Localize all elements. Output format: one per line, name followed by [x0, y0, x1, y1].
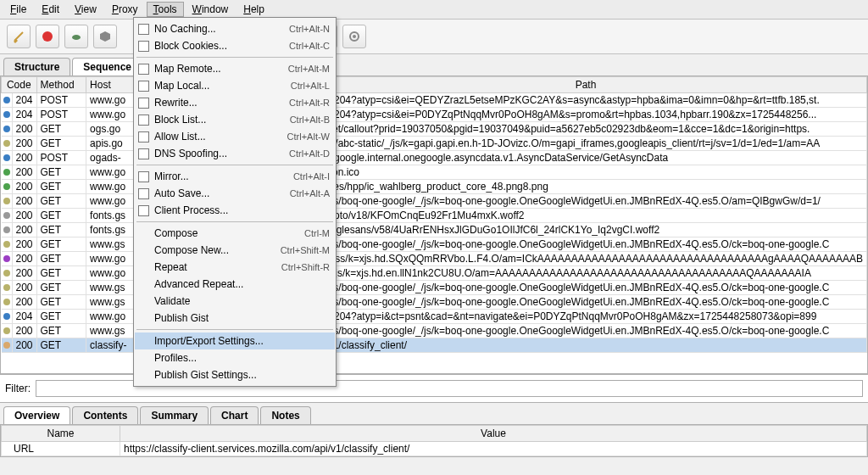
table-row[interactable]: 200GETclassify-/api/v1/classify_client/ — [2, 338, 867, 353]
cell-path: /api/v1/classify_client/ — [304, 338, 866, 353]
menu-item-accel: Ctrl+Alt-B — [290, 115, 330, 125]
col-method[interactable]: Method — [36, 77, 86, 93]
view-tab-structure[interactable]: Structure — [3, 58, 70, 75]
status-dot-icon — [3, 270, 10, 277]
menu-item-validate[interactable]: Validate — [135, 293, 335, 310]
cell-path: /images/hpp/ic_wahlberg_product_core_48.… — [304, 180, 866, 194]
menu-edit[interactable]: Edit — [35, 2, 66, 17]
table-row[interactable]: 200GETwww.go/xjs/_/js/k=xjs.hd.en.llN1nk… — [2, 266, 867, 281]
table-row[interactable]: 200GETwww.go/_/mss/boq-one-google/_/js/k… — [2, 194, 867, 209]
cell-path: /_/mss/boq-one-google/_/js/k=boq-one-goo… — [304, 194, 866, 209]
menu-item-label: Repeat — [154, 261, 276, 273]
status-dot-icon — [3, 226, 10, 233]
cell-method: GET — [36, 194, 86, 209]
table-row[interactable]: 200GETwww.gs/_/mss/boq-one-google/_/js/k… — [2, 281, 867, 295]
breakpoint-button[interactable] — [93, 25, 117, 48]
menu-file[interactable]: File — [3, 2, 33, 17]
status-dot-icon — [3, 140, 10, 147]
detail-col-value[interactable]: Value — [120, 426, 867, 442]
menu-item-compose[interactable]: ComposeCtrl-M — [135, 225, 335, 242]
record-button[interactable] — [36, 25, 59, 48]
menu-item-accel: Ctrl+Alt-M — [288, 64, 330, 74]
detail-row[interactable]: URLhttps://classify-client.services.mozi… — [2, 442, 867, 456]
table-row[interactable]: 204GETwww.go/gen_204?atyp=i&ct=psnt&cad=… — [2, 310, 867, 324]
cell-code: 200 — [12, 266, 36, 281]
cell-code: 200 — [12, 295, 36, 310]
menu-item-auto-save[interactable]: Auto Save...Ctrl+Alt-A — [135, 185, 335, 202]
menu-help[interactable]: Help — [236, 2, 271, 17]
menu-item-client-process[interactable]: Client Process... — [135, 202, 335, 219]
status-dot-icon — [3, 154, 10, 161]
table-row[interactable]: 200GETwww.go/favicon.ico — [2, 165, 867, 180]
table-row[interactable]: 204POSTwww.go/gen_204?atyp=csi&ei=QEDYZr… — [2, 93, 867, 108]
table-row[interactable]: 200GETogs.go/widget/callout?prid=1903705… — [2, 122, 867, 137]
throttle-button[interactable] — [64, 25, 88, 48]
col-path[interactable]: Path — [304, 77, 866, 93]
request-table-wrap: Code Method Host Path 204POSTwww.go/gen_… — [0, 75, 868, 374]
table-row[interactable]: 200GETwww.go/xjs/_/ss/k=xjs.hd.SQxQQmRRV… — [2, 252, 867, 266]
tools-dropdown: No Caching...Ctrl+Alt-NBlock Cookies...C… — [133, 17, 337, 387]
table-row[interactable]: 204POSTwww.go/gen_204?atyp=csi&ei=P0DYZq… — [2, 108, 867, 122]
table-row[interactable]: 200GETwww.gs/_/mss/boq-one-google/_/js/k… — [2, 238, 867, 252]
menu-item-label: Client Process... — [154, 204, 325, 216]
cell-path: /gen_204?atyp=csi&ei=QEDYZrazL5etseMPzKG… — [304, 93, 866, 108]
menu-item-accel: Ctrl+Alt-R — [289, 98, 330, 108]
menu-item-dns-spoofing[interactable]: DNS Spoofing...Ctrl+Alt-D — [135, 145, 335, 162]
status-dot-icon — [3, 169, 10, 176]
detail-tab-chart[interactable]: Chart — [210, 406, 259, 424]
detail-tab-summary[interactable]: Summary — [140, 406, 209, 424]
menu-item-accel: Ctrl+Alt-A — [290, 188, 330, 198]
cell-method: POST — [36, 151, 86, 165]
cell-path: /xjs/_/js/k=xjs.hd.en.llN1nk2CU8U.O/am=A… — [304, 266, 866, 281]
menu-item-publish-gist[interactable]: Publish Gist — [135, 310, 335, 327]
menu-item-no-caching[interactable]: No Caching...Ctrl+Alt-N — [135, 20, 335, 37]
menu-view[interactable]: View — [68, 2, 103, 17]
menu-item-profiles[interactable]: Profiles... — [135, 349, 335, 366]
cell-code: 200 — [12, 324, 36, 338]
menu-item-import-export-settings[interactable]: Import/Export Settings... — [135, 332, 335, 349]
detail-tab-contents[interactable]: Contents — [72, 406, 138, 424]
menu-item-block-list[interactable]: Block List...Ctrl+Alt-B — [135, 111, 335, 128]
menu-item-rewrite[interactable]: Rewrite...Ctrl+Alt-R — [135, 94, 335, 111]
settings-button[interactable] — [342, 25, 366, 48]
menu-window[interactable]: Window — [186, 2, 236, 17]
menu-item-mirror[interactable]: Mirror...Ctrl+Alt-I — [135, 168, 335, 185]
menu-item-accel: Ctrl+Shift-M — [281, 245, 330, 255]
menu-item-repeat[interactable]: RepeatCtrl+Shift-R — [135, 259, 335, 276]
gear-icon — [348, 30, 361, 43]
cell-code: 200 — [12, 238, 36, 252]
menu-item-compose-new[interactable]: Compose New...Ctrl+Shift-M — [135, 242, 335, 259]
menu-proxy[interactable]: Proxy — [105, 2, 145, 17]
menu-item-advanced-repeat[interactable]: Advanced Repeat... — [135, 276, 335, 293]
detail-tab-notes[interactable]: Notes — [260, 406, 310, 424]
cell-method: GET — [36, 252, 86, 266]
cell-path: /gen_204?atyp=i&ct=psnt&cad=&nt=navigate… — [304, 310, 866, 324]
menu-item-accel: Ctrl-M — [304, 228, 330, 238]
view-tab-sequence[interactable]: Sequence — [72, 58, 142, 75]
menu-item-map-local[interactable]: Map Local...Ctrl+Alt-L — [135, 77, 335, 94]
status-dot-icon — [3, 111, 10, 118]
menu-item-map-remote[interactable]: Map Remote...Ctrl+Alt-M — [135, 60, 335, 77]
clear-button[interactable] — [7, 25, 31, 48]
table-row[interactable]: 200GETwww.gs/_/mss/boq-one-google/_/js/k… — [2, 295, 867, 310]
cell-path: /favicon.ico — [304, 165, 866, 180]
col-code[interactable]: Code — [2, 77, 37, 93]
table-row[interactable]: 200GETwww.gs/_/mss/boq-one-google/_/js/k… — [2, 324, 867, 338]
table-row[interactable]: 200GETwww.go/images/hpp/ic_wahlberg_prod… — [2, 180, 867, 194]
checkbox-icon — [138, 205, 149, 216]
table-row[interactable]: 200POSTogads-/$rpc/google.internal.onego… — [2, 151, 867, 165]
menu-item-allow-list[interactable]: Allow List...Ctrl+Alt-W — [135, 128, 335, 145]
table-row[interactable]: 200GETfonts.gs/s/googlesans/v58/4UaRrENH… — [2, 223, 867, 238]
status-dot-icon — [3, 241, 10, 248]
menu-item-publish-gist-settings[interactable]: Publish Gist Settings... — [135, 366, 335, 383]
detail-tab-overview[interactable]: Overview — [3, 406, 70, 424]
table-row[interactable]: 200GETapis.go/_/scs/abc-static/_/js/k=ga… — [2, 137, 867, 151]
menu-tools[interactable]: Tools — [147, 2, 184, 17]
table-row[interactable]: 200GETfonts.gs/s/roboto/v18/KFOmCnqEu92F… — [2, 209, 867, 223]
cell-code: 200 — [12, 209, 36, 223]
menu-item-block-cookies[interactable]: Block Cookies...Ctrl+Alt-C — [135, 37, 335, 54]
status-dot-icon — [3, 198, 10, 204]
cell-method: GET — [36, 310, 86, 324]
status-dot-icon — [3, 342, 10, 349]
detail-col-name[interactable]: Name — [2, 426, 120, 442]
